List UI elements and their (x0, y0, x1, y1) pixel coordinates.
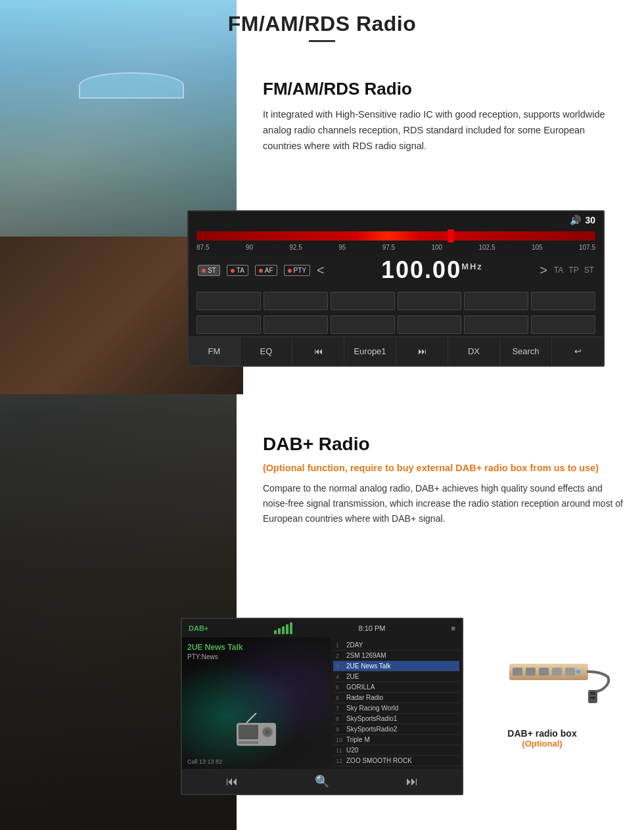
signal-bar-3 (282, 626, 285, 634)
preset-1[interactable] (196, 292, 261, 310)
badge-pty[interactable]: PTY (284, 265, 310, 276)
af-dot (259, 269, 263, 273)
preset-2[interactable] (264, 292, 328, 310)
ta-dot (231, 269, 235, 273)
radio-svg (233, 713, 279, 749)
dab-search-btn[interactable]: 🔍 (315, 774, 329, 789)
dab-channel-9[interactable]: 9 SkySportsRadio2 (333, 724, 459, 735)
dab-channel-12[interactable]: 12 ZOO SMOOTH ROCK (333, 756, 459, 766)
ch-num-5: 5 (336, 684, 346, 691)
toolbar-fm-btn[interactable]: FM (189, 337, 241, 365)
dab-badge: DAB+ (189, 624, 208, 632)
dab-channel-4[interactable]: 4 2UE (333, 672, 459, 682)
svg-point-3 (265, 730, 269, 734)
ch-num-2: 2 (336, 653, 346, 659)
badge-st[interactable]: ST (198, 265, 220, 276)
freq-label-95: 95 (338, 244, 346, 251)
dab-station-name: 2UE News Talk (187, 643, 242, 652)
toolbar-europe1-btn[interactable]: Europe1 (344, 337, 396, 365)
dab-call: Call 13 13 82 (187, 758, 222, 765)
toolbar-dx-btn[interactable]: DX (448, 337, 500, 365)
dab-content: 2UE News Talk PTY:News Call 13 13 82 (182, 637, 462, 769)
preset-12[interactable] (531, 315, 595, 334)
svg-rect-10 (539, 668, 549, 676)
fm-section-text: It integrated with High-Sensitive radio … (263, 107, 624, 154)
dab-channel-6[interactable]: 6 Radar Radio (333, 693, 459, 703)
ch-num-7: 7 (336, 705, 346, 712)
tp-badge: TP (568, 265, 578, 275)
ch-name-2: 2SM 1269AM (346, 652, 386, 659)
dab-channel-7[interactable]: 7 Sky Racing World (333, 703, 459, 714)
freq-label-90: 90 (246, 244, 253, 251)
toolbar-eq-btn[interactable]: EQ (241, 337, 292, 365)
preset-grid-row1 (189, 288, 603, 314)
preset-6[interactable] (531, 292, 595, 310)
freq-label-105: 105 (532, 244, 543, 251)
ta-badge: TA (554, 265, 563, 275)
signal-bar-4 (286, 624, 288, 634)
svg-rect-15 (590, 697, 595, 699)
preset-11[interactable] (464, 315, 528, 334)
dab-prev-btn[interactable]: ⏮ (226, 775, 238, 789)
dab-screen: DAB+ 8:10 PM ≡ 2UE News Talk PTY:News (181, 618, 463, 795)
freq-thumb[interactable] (448, 229, 454, 242)
dab-next-btn[interactable]: ⏭ (406, 775, 418, 789)
dab-channel-3[interactable]: 3 2UE News Talk (333, 661, 459, 672)
preset-7[interactable] (196, 315, 261, 334)
ch-num-4: 4 (336, 674, 346, 680)
ch-name-12: ZOO SMOOTH ROCK (346, 757, 412, 764)
preset-10[interactable] (398, 315, 462, 334)
signal-bar-2 (278, 628, 281, 634)
toolbar-search-btn[interactable]: Search (500, 337, 552, 365)
pty-dot (288, 269, 292, 273)
ch-num-3: 3 (336, 663, 346, 670)
freq-track[interactable] (196, 231, 595, 241)
toolbar-back-btn[interactable]: ↩ (552, 337, 603, 365)
badge-ta[interactable]: TA (227, 265, 248, 276)
freq-label-925: 92.5 (289, 244, 302, 251)
freq-value: 100.00 (381, 256, 461, 283)
title-underline (309, 40, 335, 42)
preset-8[interactable] (264, 315, 328, 334)
freq-prev-btn[interactable]: < (317, 263, 325, 278)
dab-screen-header: DAB+ 8:10 PM ≡ (182, 619, 462, 637)
dab-box-optional: (Optional) (453, 739, 631, 749)
car-mirror (79, 72, 184, 99)
dab-channel-2[interactable]: 2 2SM 1269AM (333, 651, 459, 661)
dab-channel-5[interactable]: 5 GORILLA (333, 682, 459, 693)
page-wrapper: FM/AM/RDS Radio (0, 0, 644, 830)
st-badge: ST (584, 265, 594, 275)
dab-box-area: DAB+ radio box (Optional) (453, 631, 631, 749)
freq-labels: 87.5 90 92.5 95 97.5 100 102.5 105 107.5 (196, 242, 595, 252)
ch-name-4: 2UE (346, 673, 359, 680)
badge-af[interactable]: AF (255, 265, 277, 276)
radio-top-bar: 🔊 30 (189, 212, 603, 229)
preset-3[interactable] (331, 292, 395, 310)
dab-channel-8[interactable]: 8 SkySportsRadio1 (333, 714, 459, 724)
ch-name-5: GORILLA (346, 683, 375, 691)
dab-channel-1[interactable]: 1 2DAY (333, 640, 459, 651)
fm-section-title: FM/AM/RDS Radio (263, 79, 624, 99)
svg-line-5 (246, 713, 256, 723)
preset-5[interactable] (464, 292, 528, 310)
page-title: FM/AM/RDS Radio (0, 12, 644, 36)
dab-section-title: DAB+ Radio (263, 434, 624, 455)
freq-label-875: 87.5 (196, 244, 209, 251)
svg-rect-8 (513, 668, 522, 676)
dab-channel-10[interactable]: 10 Triple M (333, 735, 459, 745)
radio-controls-row: ST TA AF PTY < 100.00MHz > TA TP ST (189, 252, 603, 288)
svg-rect-12 (565, 668, 575, 676)
dab-channel-11[interactable]: 11 U20 (333, 745, 459, 756)
svg-rect-14 (590, 692, 595, 695)
toolbar-prev-btn[interactable]: ⏮ (292, 337, 344, 365)
preset-9[interactable] (331, 315, 395, 334)
freq-next-btn[interactable]: > (540, 263, 547, 278)
toolbar-next-btn[interactable]: ⏭ (396, 337, 448, 365)
freq-label-100: 100 (431, 244, 442, 251)
preset-4[interactable] (398, 292, 462, 310)
ch-num-1: 1 (336, 642, 346, 649)
freq-label-1075: 107.5 (579, 244, 595, 251)
ta-tp-st-badges: TA TP ST (554, 265, 594, 275)
dab-radio-visual (233, 713, 279, 749)
ch-name-9: SkySportsRadio2 (346, 726, 397, 733)
